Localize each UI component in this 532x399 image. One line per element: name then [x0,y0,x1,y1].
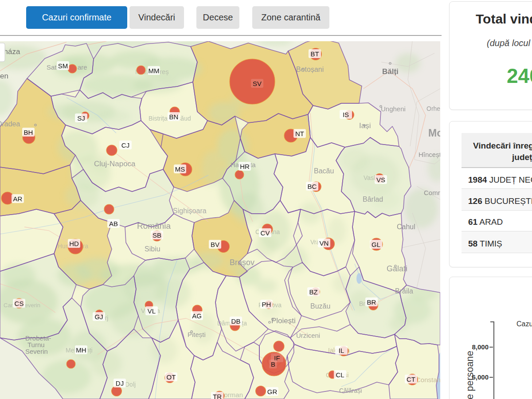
svg-text:BR: BR [367,298,376,306]
svg-text:MS: MS [175,165,185,173]
svg-text:GJ: GJ [94,313,103,321]
svg-text:BZ: BZ [309,288,317,296]
svg-text:CS: CS [15,300,24,307]
svg-text:Galați: Galați [387,264,407,273]
svg-text:MM: MM [149,67,160,74]
svg-text:Sighișoara: Sighișoara [173,207,207,215]
svg-text:SM: SM [58,62,68,70]
svg-text:Hîncești: Hîncești [419,151,440,158]
svg-text:CT: CT [407,376,415,383]
svg-text:Orhei: Orhei [426,105,440,112]
svg-text:IS: IS [343,111,349,118]
svg-text:IL: IL [339,347,344,354]
svg-text:OT: OT [167,373,176,381]
svg-text:Cluj-Napoca: Cluj-Napoca [94,160,136,168]
svg-text:HD: HD [69,240,79,247]
svg-text:SJ: SJ [77,114,85,122]
svg-text:NT: NT [295,130,304,137]
svg-text:CV: CV [261,229,270,237]
svg-text:AG: AG [192,312,202,320]
svg-text:SB: SB [153,231,161,239]
svg-text:România: România [137,221,171,231]
svg-text:TR: TR [213,393,222,399]
svg-text:B: B [271,360,275,368]
svg-text:en: en [0,72,8,80]
svg-text:BT: BT [310,50,319,58]
svg-text:Buzău: Buzău [310,302,330,310]
svg-text:Moldova: Moldova [428,127,440,139]
svg-text:Oradea: Oradea [0,120,20,128]
svg-text:DJ: DJ [116,379,124,387]
svg-text:PH: PH [262,301,271,308]
svg-text:are: are [78,63,87,71]
svg-text:HR: HR [240,163,250,170]
svg-text:AB: AB [109,220,118,227]
svg-text:Severin: Severin [25,348,48,355]
svg-text:Botoșani: Botoșani [296,66,324,73]
svg-text:Cahul: Cahul [397,223,415,231]
svg-text:BV: BV [211,241,219,248]
svg-text:BC: BC [308,183,317,190]
svg-text:Pitești: Pitești [188,331,206,338]
svg-text:AR: AR [13,195,23,203]
svg-text:Brăila: Brăila [395,287,413,295]
svg-text:GR: GR [267,388,278,395]
svg-text:CL: CL [336,371,344,379]
svg-text:Iași: Iași [359,121,371,130]
svg-text:Bârlad: Bârlad [363,196,383,203]
svg-text:Ploiești: Ploiești [271,317,296,325]
svg-text:GL: GL [372,241,380,248]
svg-text:Brașov: Brașov [230,258,254,267]
svg-text:Bacău: Bacău [314,167,334,175]
svg-text:Călărași: Călărași [339,387,362,394]
svg-text:MH: MH [76,346,86,354]
svg-text:SV: SV [253,80,262,87]
svg-text:BH: BH [24,129,33,136]
svg-text:Ungheni: Ungheni [381,105,406,113]
svg-text:VL: VL [148,307,156,315]
svg-text:VS: VS [376,176,385,184]
svg-text:BN: BN [169,113,179,121]
svg-text:Sibiu: Sibiu [145,245,160,253]
svg-text:Bălți: Bălți [382,67,399,76]
svg-text:DB: DB [231,317,241,325]
svg-text:VN: VN [320,239,329,247]
svg-text:Dolj: Dolj [125,381,136,388]
svg-text:Constanța: Constanța [416,376,440,383]
svg-text:CJ: CJ [121,141,129,149]
svg-text:Urziceni: Urziceni [296,332,320,339]
svg-text:Comrat: Comrat [424,189,440,196]
